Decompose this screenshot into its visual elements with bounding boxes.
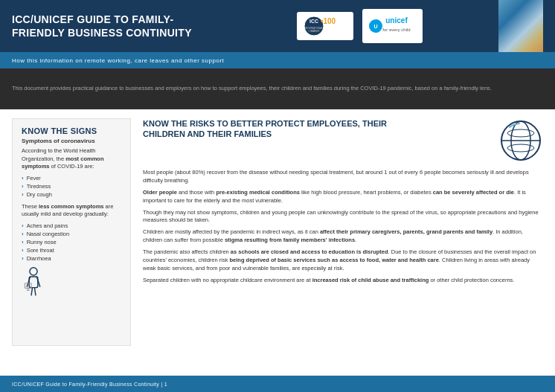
svg-line-15 (34, 287, 35, 295)
list-item: › Diarrhoea (22, 254, 121, 263)
know-the-signs-title: KNOW THE SIGNS (22, 126, 121, 135)
chevron-icon: › (22, 222, 24, 229)
symptoms-subtitle: Symptoms of coronavirus (22, 138, 121, 144)
unicef-logo: U unicef for every child (362, 9, 423, 43)
chevron-icon: › (22, 191, 24, 198)
svg-line-12 (27, 277, 30, 286)
chevron-icon: › (22, 255, 24, 262)
footer: ICC/UNICEF Guide to Family-Friendly Busi… (0, 376, 555, 392)
paragraph-4: Children are mostly affected by the pand… (143, 228, 543, 245)
main-content: KNOW THE SIGNS Symptoms of coronavirus A… (0, 109, 555, 355)
header-title: ICC/UNICEF GUIDE TO FAMILY-FRIENDLY BUSI… (12, 13, 220, 39)
right-column-header: KNOW THE RISKS TO BETTER PROTECT EMPLOYE… (143, 118, 543, 163)
svg-line-14 (31, 287, 32, 295)
less-common-intro: These less common symptoms are usually m… (22, 203, 121, 219)
svg-text:ICC: ICC (309, 19, 318, 24)
paragraph-2: Older people and those with pre-existing… (143, 189, 543, 205)
paragraph-5: The pandemic also affects children as sc… (143, 248, 543, 273)
list-item: › Runny nose (22, 238, 121, 246)
svg-text:for every child: for every child (382, 28, 410, 32)
list-item: › Aches and pains (22, 222, 121, 230)
list-item: › Dry cough (22, 190, 121, 199)
blue-banner: How this information on remote working, … (0, 52, 555, 68)
blue-banner-text: How this information on remote working, … (12, 57, 224, 64)
paragraph-1: Most people (about 80%) recover from the… (143, 169, 543, 185)
svg-text:unicef: unicef (385, 16, 408, 25)
footer-text: ICC/UNICEF Guide to Family-Friendly Busi… (12, 382, 167, 387)
common-symptoms-list: › Fever › Tiredness › Dry cough (22, 174, 121, 199)
list-item: › Nasal congestion (22, 230, 121, 238)
left-column: KNOW THE SIGNS Symptoms of coronavirus A… (12, 118, 131, 346)
header-logos: ICC INTERNATIONAL CHAMBER •100 U unicef … (297, 9, 423, 43)
header: ICC/UNICEF GUIDE TO FAMILY-FRIENDLY BUSI… (0, 0, 555, 52)
list-item: › Tiredness (22, 182, 121, 190)
right-column-title: KNOW THE RISKS TO BETTER PROTECT EMPLOYE… (143, 118, 426, 140)
symptoms-intro: According to the World Health Organizati… (22, 147, 121, 171)
paragraph-6: Separated children with no appropriate c… (143, 277, 543, 285)
svg-point-10 (30, 267, 37, 274)
chevron-icon: › (22, 247, 24, 254)
less-common-symptoms-list: › Aches and pains › Nasal congestion › R… (22, 222, 121, 263)
svg-line-13 (36, 277, 39, 286)
person-icon (22, 267, 45, 297)
dark-section: This document provides practical guidanc… (0, 68, 555, 109)
dark-section-text: This document provides practical guidanc… (12, 85, 543, 93)
chevron-icon: › (22, 183, 24, 190)
svg-text:CHAMBER: CHAMBER (308, 30, 320, 33)
svg-text:•100: •100 (320, 17, 336, 25)
list-item: › Fever (22, 174, 121, 182)
header-image (498, 0, 543, 52)
list-item: › Sore throat (22, 246, 121, 254)
paragraph-3: Though they may not show symptoms, child… (143, 209, 543, 225)
chevron-icon: › (22, 239, 24, 245)
icc-logo: ICC INTERNATIONAL CHAMBER •100 (297, 12, 353, 40)
chevron-icon: › (22, 231, 24, 237)
svg-rect-11 (29, 277, 38, 288)
chevron-icon: › (22, 175, 24, 181)
globe-icon (498, 118, 543, 163)
svg-text:U: U (373, 24, 377, 29)
right-column: KNOW THE RISKS TO BETTER PROTECT EMPLOYE… (143, 118, 543, 346)
